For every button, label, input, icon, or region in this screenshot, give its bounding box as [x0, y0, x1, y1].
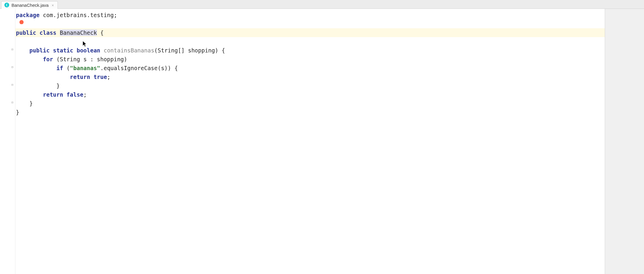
code-editor[interactable]: package com.jetbrains.testing; public cl…: [15, 9, 605, 274]
code-line: public static boolean containsBananas(St…: [15, 46, 605, 55]
fold-toggle-icon[interactable]: ⊟: [10, 47, 14, 51]
code-line: package com.jetbrains.testing;: [15, 11, 605, 19]
java-class-icon: C: [4, 3, 9, 7]
code-line: return true;: [15, 72, 605, 81]
code-line: if ("bananas".equalsIgnoreCase(s)) {: [15, 64, 605, 72]
code-line: for (String s : shopping): [15, 55, 605, 64]
editor-scrollbar-area[interactable]: [605, 9, 644, 274]
fold-close-icon[interactable]: ⊟: [10, 100, 14, 104]
intention-bulb-icon[interactable]: [19, 20, 24, 25]
close-tab-icon[interactable]: ✕: [51, 3, 55, 7]
code-line: }: [15, 99, 605, 108]
code-line: [15, 37, 605, 46]
fold-toggle-icon[interactable]: ⊟: [10, 65, 14, 69]
editor-tab-bar: C BananaCheck.java ✕: [0, 0, 644, 9]
tab-filename-label: BananaCheck.java: [12, 3, 49, 8]
editor-container: ⊟ ⊟ ⊟ ⊟ package com.jetbrains.testing; p…: [0, 9, 644, 274]
code-line-highlighted: public class BananaCheck {: [15, 28, 605, 37]
code-line: [15, 19, 605, 28]
file-tab-bananacheck[interactable]: C BananaCheck.java ✕: [1, 1, 58, 9]
code-line: return false;: [15, 90, 605, 99]
code-line: }: [15, 108, 605, 117]
editor-gutter[interactable]: ⊟ ⊟ ⊟ ⊟: [0, 9, 15, 274]
code-line: }: [15, 81, 605, 90]
error-stripe[interactable]: [639, 9, 643, 274]
fold-close-icon[interactable]: ⊟: [10, 82, 14, 87]
